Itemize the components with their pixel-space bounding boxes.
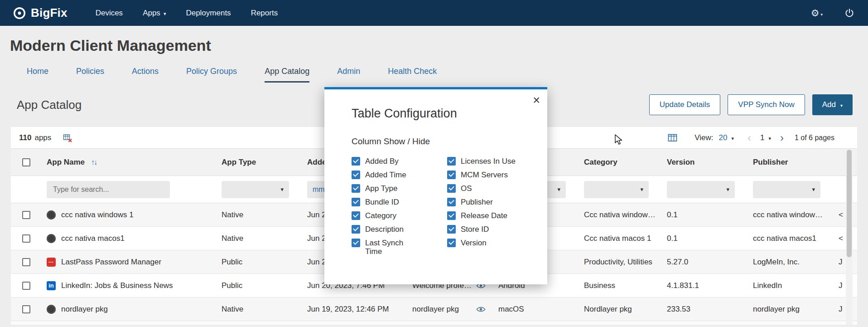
tab-health-check[interactable]: Health Check <box>388 62 437 83</box>
checked-checkbox[interactable] <box>447 171 456 179</box>
clear-filters-icon[interactable] <box>63 133 72 142</box>
option-added-by[interactable]: Added By <box>352 157 447 166</box>
sort-icon[interactable] <box>91 158 96 166</box>
option-description[interactable]: Description <box>352 225 447 234</box>
option-category[interactable]: Category <box>352 211 447 220</box>
checked-checkbox[interactable] <box>352 171 360 179</box>
eye-icon[interactable] <box>476 306 486 312</box>
option-mcm-servers[interactable]: MCM Servers <box>447 171 516 179</box>
option-release-date[interactable]: Release Date <box>447 211 516 220</box>
add-button[interactable]: Add <box>812 94 853 115</box>
option-os[interactable]: OS <box>447 184 516 193</box>
publisher-filter-dropdown[interactable] <box>753 181 820 198</box>
tab-actions[interactable]: Actions <box>132 62 159 83</box>
tab-admin[interactable]: Admin <box>337 62 360 83</box>
page-size-select[interactable]: 20 <box>719 133 733 142</box>
tab-policy-groups[interactable]: Policy Groups <box>186 62 237 83</box>
column-options: Added By Added Time App Type Bundle ID C… <box>352 157 547 256</box>
nav-apps[interactable]: Apps <box>143 9 166 18</box>
extra-col: J <box>833 305 857 314</box>
option-publisher[interactable]: Publisher <box>447 198 516 206</box>
nav-reports[interactable]: Reports <box>251 9 278 18</box>
option-bundle-id[interactable]: Bundle ID <box>352 198 447 206</box>
option-version[interactable]: Version <box>447 239 516 247</box>
pages-info: 1 of 6 pages <box>795 134 834 142</box>
generic-app-icon <box>47 210 56 220</box>
category-filter-dropdown[interactable] <box>584 181 649 198</box>
power-icon[interactable] <box>844 8 854 18</box>
added-time: Jun 19, 2023, 12:46 PM <box>302 305 407 314</box>
tab-home[interactable]: Home <box>27 62 48 83</box>
option-label: Store ID <box>461 225 489 234</box>
option-store-id[interactable]: Store ID <box>447 225 516 234</box>
row-checkbox[interactable] <box>22 305 30 313</box>
checked-checkbox[interactable] <box>352 211 360 220</box>
extra-col: < <box>833 234 857 243</box>
checked-checkbox[interactable] <box>447 239 456 247</box>
version-filter-dropdown[interactable] <box>667 181 735 198</box>
option-added-time[interactable]: Added Time <box>352 171 447 179</box>
checked-checkbox[interactable] <box>447 225 456 234</box>
chevron-down-icon <box>768 134 771 142</box>
version: 5.27.0 <box>661 258 747 267</box>
option-last-synch-time[interactable]: Last Synch Time <box>352 239 447 256</box>
chevron-down-icon <box>840 100 843 109</box>
header-version: Version <box>661 158 747 167</box>
prev-page-icon[interactable] <box>747 132 752 143</box>
checked-checkbox[interactable] <box>352 225 360 234</box>
category: Ccc nativa macos 1 <box>579 234 661 243</box>
chevron-down-icon <box>164 9 166 18</box>
option-label: Release Date <box>461 211 507 220</box>
nav-devices[interactable]: Devices <box>96 9 123 18</box>
version: 0.1 <box>661 234 747 243</box>
option-licenses-in-use[interactable]: Licenses In Use <box>447 157 516 166</box>
vpp-synch-now-button[interactable]: VPP Synch Now <box>728 94 805 115</box>
nav-deployments-label: Deployments <box>186 9 231 18</box>
scrollbar-thumb[interactable] <box>847 150 852 257</box>
gear-icon[interactable] <box>811 8 823 18</box>
column-config-icon[interactable] <box>668 133 677 142</box>
page-title: Modern Client Management <box>0 26 868 62</box>
checked-checkbox[interactable] <box>447 157 456 166</box>
app-name: ccc nativa windows 1 <box>61 210 134 220</box>
checked-checkbox[interactable] <box>447 184 456 193</box>
modal-subtitle: Column Show / Hide <box>352 137 547 146</box>
app-type: Native <box>216 210 302 220</box>
vertical-scrollbar[interactable] <box>846 149 853 325</box>
select-all-checkbox[interactable] <box>22 158 30 166</box>
option-label: OS <box>461 184 472 193</box>
version: 4.1.831.1 <box>661 281 747 290</box>
close-icon[interactable]: × <box>533 94 540 107</box>
app-name: nordlayer pkg <box>61 305 108 314</box>
table-row[interactable]: nordlayer pkg Native Jun 19, 2023, 12:46… <box>11 298 857 321</box>
nav-apps-label: Apps <box>143 9 160 18</box>
current-page-select[interactable]: 1 <box>760 133 771 142</box>
option-label: App Type <box>365 184 398 193</box>
tab-app-catalog[interactable]: App Catalog <box>265 62 309 83</box>
search-input[interactable] <box>47 181 170 198</box>
nav-deployments[interactable]: Deployments <box>186 9 231 18</box>
checked-checkbox[interactable] <box>352 239 360 247</box>
next-page-icon[interactable] <box>779 132 785 143</box>
checked-checkbox[interactable] <box>352 157 360 166</box>
checked-checkbox[interactable] <box>447 211 456 220</box>
bigfix-logo[interactable]: BigFix <box>13 6 68 20</box>
checked-checkbox[interactable] <box>352 198 360 206</box>
update-details-button[interactable]: Update Details <box>649 94 721 115</box>
column-options-right: Licenses In Use MCM Servers OS Publisher… <box>447 157 516 256</box>
checked-checkbox[interactable] <box>447 198 456 206</box>
tab-policies[interactable]: Policies <box>76 62 104 83</box>
option-app-type[interactable]: App Type <box>352 184 447 193</box>
row-checkbox[interactable] <box>22 282 30 290</box>
app-type-filter-dropdown[interactable] <box>222 181 289 198</box>
row-checkbox[interactable] <box>22 258 30 266</box>
apps-count-unit: apps <box>34 133 51 142</box>
header-checkbox-cell <box>11 158 41 166</box>
option-label: Category <box>365 211 396 220</box>
publisher: LogMeIn, Inc. <box>747 258 833 267</box>
table-row[interactable] <box>11 321 857 325</box>
row-checkbox[interactable] <box>22 234 30 243</box>
table-configuration-dialog: × Table Configuration Column Show / Hide… <box>324 87 547 284</box>
checked-checkbox[interactable] <box>352 184 360 193</box>
row-checkbox[interactable] <box>22 211 30 219</box>
